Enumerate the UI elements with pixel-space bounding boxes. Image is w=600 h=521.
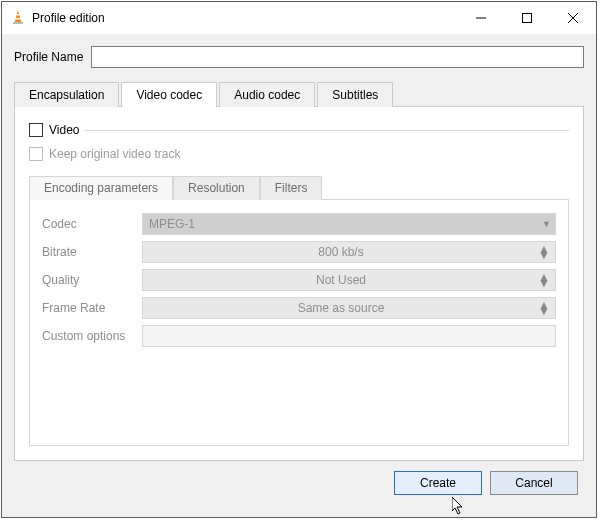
video-checkbox[interactable] <box>29 123 43 137</box>
quality-value: Not Used <box>316 273 366 287</box>
create-button[interactable]: Create <box>394 471 482 495</box>
svg-marker-0 <box>15 10 22 23</box>
codec-value: MPEG-1 <box>149 217 195 231</box>
framerate-label: Frame Rate <box>42 301 142 315</box>
bitrate-row: Bitrate 800 kb/s ▲▼ <box>42 238 556 266</box>
custom-options-row: Custom options <box>42 322 556 350</box>
svg-rect-1 <box>13 22 23 24</box>
tab-subtitles[interactable]: Subtitles <box>317 82 393 107</box>
keep-original-label: Keep original video track <box>49 147 180 161</box>
tab-body-video-codec: Video Keep original video track Encoding… <box>14 106 584 461</box>
chevron-down-icon: ▼ <box>542 219 551 229</box>
quality-spinner[interactable]: Not Used ▲▼ <box>142 269 556 291</box>
framerate-row: Frame Rate Same as source ▲▼ <box>42 294 556 322</box>
window-controls <box>458 2 596 34</box>
keep-original-checkbox[interactable] <box>29 147 43 161</box>
profile-name-label: Profile Name <box>14 50 83 64</box>
profile-name-input[interactable] <box>91 46 584 68</box>
spinner-icon: ▲▼ <box>537 274 551 286</box>
tab-video-codec[interactable]: Video codec <box>121 82 217 107</box>
quality-row: Quality Not Used ▲▼ <box>42 266 556 294</box>
video-subtabs: Encoding parameters Resolution Filters <box>29 175 569 199</box>
svg-rect-2 <box>16 14 20 15</box>
svg-rect-5 <box>523 14 532 23</box>
framerate-value: Same as source <box>298 301 385 315</box>
subtab-encoding-parameters[interactable]: Encoding parameters <box>29 176 173 200</box>
subtab-resolution[interactable]: Resolution <box>173 176 260 200</box>
vlc-cone-icon <box>10 9 26 28</box>
codec-row: Codec MPEG-1 ▼ <box>42 210 556 238</box>
dialog-footer: Create Cancel <box>14 461 584 505</box>
encoding-parameters-panel: Codec MPEG-1 ▼ Bitrate 800 kb/s ▲▼ Quali… <box>29 199 569 446</box>
minimize-button[interactable] <box>458 2 504 34</box>
codec-label: Codec <box>42 217 142 231</box>
svg-rect-3 <box>15 18 20 19</box>
custom-options-label: Custom options <box>42 329 142 343</box>
codec-select[interactable]: MPEG-1 ▼ <box>142 213 556 235</box>
keep-original-row: Keep original video track <box>29 147 569 161</box>
maximize-button[interactable] <box>504 2 550 34</box>
framerate-spinner[interactable]: Same as source ▲▼ <box>142 297 556 319</box>
video-checkbox-row: Video <box>29 123 569 137</box>
close-button[interactable] <box>550 2 596 34</box>
content-area: Profile Name Encapsulation Video codec A… <box>2 34 596 517</box>
titlebar: Profile edition <box>2 2 596 34</box>
tab-encapsulation[interactable]: Encapsulation <box>14 82 119 107</box>
video-checkbox-label: Video <box>49 123 79 137</box>
profile-edition-window: Profile edition Profile Name Encapsulati… <box>1 1 597 518</box>
spinner-icon: ▲▼ <box>537 302 551 314</box>
custom-options-input[interactable] <box>142 325 556 347</box>
spinner-icon: ▲▼ <box>537 246 551 258</box>
subtab-filters[interactable]: Filters <box>260 176 323 200</box>
main-tabs: Encapsulation Video codec Audio codec Su… <box>14 80 584 106</box>
profile-name-row: Profile Name <box>14 46 584 68</box>
bitrate-spinner[interactable]: 800 kb/s ▲▼ <box>142 241 556 263</box>
cancel-button[interactable]: Cancel <box>490 471 578 495</box>
bitrate-label: Bitrate <box>42 245 142 259</box>
window-title: Profile edition <box>32 11 458 25</box>
bitrate-value: 800 kb/s <box>318 245 363 259</box>
tab-audio-codec[interactable]: Audio codec <box>219 82 315 107</box>
quality-label: Quality <box>42 273 142 287</box>
divider <box>85 130 569 131</box>
